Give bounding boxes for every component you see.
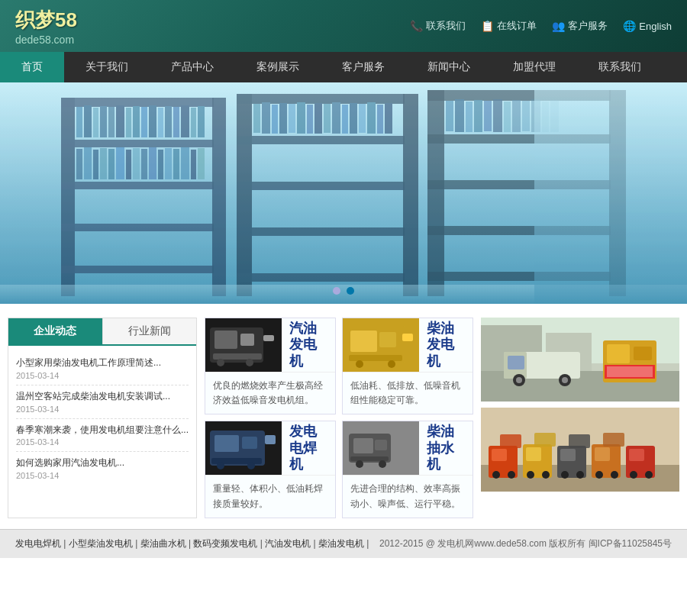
- svg-rect-24: [76, 149, 82, 179]
- svg-rect-56: [332, 102, 340, 134]
- svg-rect-20: [173, 107, 179, 137]
- product-card-top: 发电电焊机: [205, 421, 335, 475]
- svg-point-122: [516, 377, 522, 383]
- footer-link[interactable]: 发电电焊机: [15, 538, 61, 549]
- svg-rect-14: [126, 108, 131, 137]
- svg-rect-87: [213, 353, 262, 360]
- product-card-top: 柴油抽水机: [343, 421, 473, 475]
- news-date: 2015-03-14: [16, 405, 189, 414]
- news-link[interactable]: 小型家用柴油发电机工作原理简述...: [16, 356, 189, 369]
- nav-about[interactable]: 关于我们: [64, 52, 150, 82]
- svg-rect-47: [253, 104, 260, 133]
- product-grid: 汽油发电机 优良的燃烧效率产生极高经济效益低噪音发电机组。: [205, 318, 473, 518]
- logo-title: 织梦58: [15, 7, 77, 34]
- logo: 织梦58 dede58.com: [15, 7, 77, 46]
- svg-rect-57: [342, 105, 348, 134]
- svg-rect-18: [158, 108, 163, 137]
- footer-links: 发电电焊机 | 小型柴油发电机 | 柴油曲水机 | 数码变频发电机 | 汽油发电…: [0, 529, 687, 558]
- svg-rect-42: [237, 136, 405, 144]
- generators-scene-svg: [481, 408, 679, 492]
- svg-rect-37: [181, 147, 189, 179]
- svg-rect-97: [402, 334, 413, 341]
- nav-service[interactable]: 客户服务: [321, 52, 406, 82]
- svg-point-147: [595, 471, 603, 479]
- svg-rect-48: [262, 102, 270, 134]
- product-card-diesel: 柴油发电机 低油耗、低排放、低噪音机组性能稳定可靠。: [342, 318, 473, 414]
- banner-content: [0, 82, 687, 304]
- svg-rect-12: [108, 107, 114, 137]
- order-icon: 📋: [481, 20, 494, 32]
- news-panel: 企业动态 行业新闻 小型家用柴油发电机工作原理简述... 2015-03-14 …: [8, 318, 197, 518]
- news-link[interactable]: 如何选购家用汽油发电机...: [16, 456, 189, 469]
- svg-point-143: [561, 471, 569, 479]
- truck-scene-svg: [481, 318, 679, 402]
- footer-link[interactable]: 柴油发电机: [318, 538, 364, 549]
- footer-link[interactable]: 小型柴油发电机: [69, 538, 133, 549]
- product-image-pump: [343, 421, 419, 475]
- globe-icon: 🌐: [623, 20, 636, 32]
- svg-rect-78: [522, 101, 530, 131]
- product-card-pump: 柴油抽水机 先进合理的结构、效率高振动小、噪声低、运行平稳。: [342, 421, 473, 518]
- news-link[interactable]: 温州空客站完成柴油发电机安装调试...: [16, 390, 189, 403]
- svg-rect-33: [149, 147, 156, 179]
- svg-rect-156: [603, 433, 624, 447]
- footer-link[interactable]: 数码变频发电机: [193, 538, 257, 549]
- banner-dot-2[interactable]: [347, 287, 354, 295]
- svg-rect-92: [350, 331, 377, 352]
- product-card-top: 汽油发电机: [205, 318, 335, 372]
- footer-link[interactable]: 柴油曲水机: [140, 538, 186, 549]
- service-link[interactable]: 👥 客户服务: [552, 19, 608, 33]
- english-link[interactable]: 🌐 English: [623, 20, 672, 32]
- nav-home[interactable]: 首页: [0, 52, 64, 82]
- svg-rect-25: [84, 147, 92, 179]
- product-desc: 低油耗、低排放、低噪音机组性能稳定可靠。: [343, 372, 473, 414]
- product-title: 发电电焊机: [289, 424, 327, 473]
- svg-rect-9: [84, 105, 92, 137]
- svg-rect-40: [237, 94, 252, 296]
- svg-rect-146: [595, 447, 610, 461]
- svg-rect-71: [455, 99, 464, 132]
- nav-franchise[interactable]: 加盟代理: [492, 52, 577, 82]
- banner: [0, 82, 687, 304]
- banner-dot-1[interactable]: [333, 287, 340, 295]
- product-desc: 优良的燃烧效率产生极高经济效益低噪音发电机组。: [205, 372, 335, 414]
- svg-rect-8: [76, 107, 82, 137]
- news-link[interactable]: 春季寒潮来袭，使用发电机组要注意什么...: [16, 424, 189, 437]
- product-image-diesel: [343, 318, 419, 372]
- svg-rect-62: [385, 103, 392, 134]
- tab-company-news[interactable]: 企业动态: [8, 318, 103, 344]
- header: 织梦58 dede58.com 📞 联系我们 📋 在线订单 👥 客户服务 🌐 E…: [0, 0, 687, 52]
- svg-rect-16: [141, 107, 147, 137]
- product-title: 柴油发电机: [427, 321, 465, 370]
- svg-rect-102: [265, 435, 276, 444]
- svg-rect-13: [116, 105, 124, 137]
- main-content: 企业动态 行业新闻 小型家用柴油发电机工作原理简述... 2015-03-14 …: [0, 304, 687, 529]
- svg-rect-85: [214, 331, 237, 349]
- nav-products[interactable]: 产品中心: [150, 52, 235, 82]
- news-tabs: 企业动态 行业新闻: [8, 318, 196, 346]
- svg-point-139: [527, 471, 534, 479]
- svg-rect-39: [198, 148, 205, 179]
- footer-separator: |: [366, 538, 369, 549]
- contact-link[interactable]: 📞 联系我们: [410, 19, 466, 33]
- nav-contact[interactable]: 联系我们: [577, 52, 663, 82]
- svg-rect-44: [237, 227, 405, 236]
- svg-rect-43: [237, 182, 405, 190]
- nav-cases[interactable]: 案例展示: [235, 52, 321, 82]
- svg-point-135: [492, 471, 500, 479]
- svg-rect-35: [165, 148, 172, 179]
- news-date: 2015-03-14: [16, 471, 189, 480]
- footer-link[interactable]: 汽油发电机: [265, 538, 311, 549]
- order-link[interactable]: 📋 在线订单: [481, 19, 537, 33]
- svg-rect-11: [100, 106, 107, 137]
- svg-rect-72: [466, 102, 473, 132]
- svg-rect-76: [504, 102, 511, 132]
- svg-rect-94: [349, 355, 402, 361]
- product-card-welder: 发电电焊机 重量轻、体积小、低油耗焊接质量较好。: [205, 421, 336, 518]
- svg-rect-27: [100, 148, 107, 179]
- tab-industry-news[interactable]: 行业新闻: [103, 318, 197, 344]
- product-card-gasoline: 汽油发电机 优良的燃烧效率产生极高经济效益低噪音发电机组。: [205, 318, 336, 414]
- news-item: 温州空客站完成柴油发电机安装调试... 2015-03-14: [16, 385, 189, 419]
- svg-rect-63: [427, 90, 444, 296]
- nav-news[interactable]: 新闻中心: [406, 52, 492, 82]
